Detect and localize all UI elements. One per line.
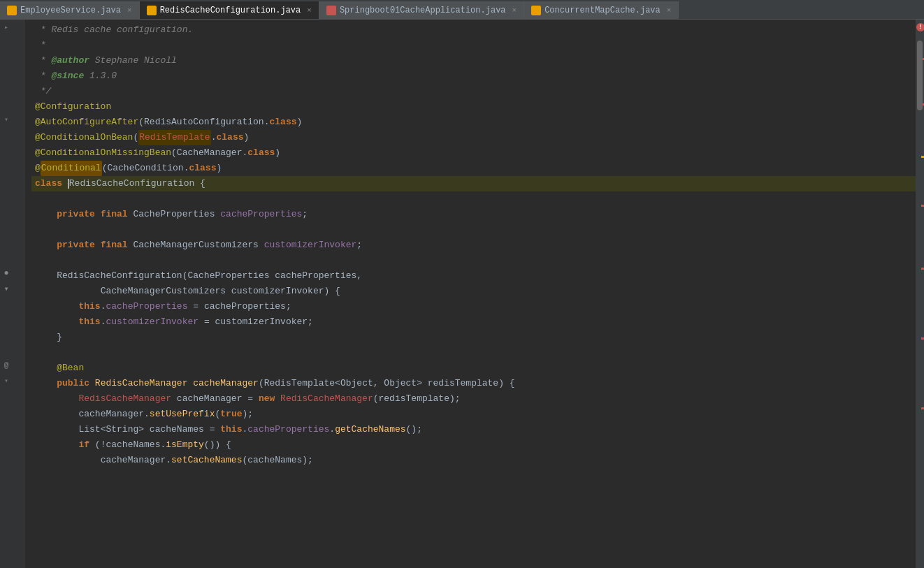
comment-author-name: Stephane Nicoll [89, 53, 177, 68]
indent-26 [35, 407, 78, 422]
tab-icon-rediscacheconfiguration [147, 6, 157, 15]
code-line-20: this.customizerInvoker = customizerInvok… [31, 314, 916, 330]
tab-label-springboot01cacheapplication: Springboot01CacheApplication.java [340, 6, 506, 15]
indent-13 [35, 207, 57, 222]
code-line-2: * [31, 38, 916, 53]
kw-private-13: private [57, 207, 100, 222]
indent-18 [35, 284, 101, 299]
comment-text-1: * Redis cache configuration. [35, 22, 193, 38]
tab-icon-springboot01cacheapplication [326, 6, 336, 15]
type-cachemanagercust-18: CacheManagerCustomizers [101, 284, 231, 299]
kw-class-decl: class [35, 176, 68, 191]
fold-arrow-3: ▾ [4, 377, 8, 385]
code-line-12 [31, 191, 916, 207]
field-customizerinvoker-20: customizerInvoker [106, 314, 198, 330]
brace-open-11: { [200, 176, 205, 191]
method-isempty: isEmpty [166, 437, 204, 453]
tab-springboot01cacheapplication[interactable]: Springboot01CacheApplication.java × [319, 1, 524, 19]
code-line-18: CacheManagerCustomizers customizerInvoke… [31, 284, 916, 299]
code-line-22 [31, 345, 916, 361]
kw-class-10: class [189, 161, 216, 176]
paren-close-18: ) { [324, 284, 340, 299]
tab-close-springboot01cacheapplication[interactable]: × [512, 6, 517, 15]
paren-close-28: ()) { [204, 437, 231, 453]
paren-close-10: ) [216, 161, 222, 176]
annotation-bean: @Bean [57, 361, 84, 376]
javadoc-since: @since [51, 68, 84, 84]
type-rediscachemanager-24: RedisCacheManager [95, 376, 188, 391]
javadoc-author: @author [51, 53, 89, 68]
annotation-configuration: @Configuration [35, 99, 111, 115]
indent-19 [35, 299, 78, 314]
code-line-14 [31, 222, 916, 238]
class-redistemplate-highlight: RedisTemplate [138, 130, 210, 145]
dot-19a: . [101, 299, 106, 314]
indent-25 [35, 391, 78, 407]
this-kw-27: this [220, 422, 242, 437]
annotation-icon-1: ● [1, 268, 11, 278]
method-cachemanager-24: cacheManager [193, 376, 259, 391]
this-kw-19: this [78, 299, 100, 314]
code-line-21: } [31, 330, 916, 345]
field-customizerinvoker: customizerInvoker [264, 238, 357, 253]
comment-close: */ [35, 84, 51, 99]
dot-class-8: . [211, 130, 217, 145]
tab-close-employeeservice[interactable]: × [127, 6, 132, 15]
cond-28: (!cacheNames. [95, 437, 166, 453]
val-cacheprops-19: cacheProperties; [204, 299, 291, 314]
paren-close-8: ) [244, 130, 250, 145]
code-line-15: private final CacheManagerCustomizers cu… [31, 238, 916, 253]
indent-28 [35, 437, 78, 453]
editor-container: ▸ ▾ ● ▾ @ ▾ * Redis cache configuration. [0, 20, 924, 568]
fold-arrow-1: ▸ [4, 23, 8, 31]
class-cachemanager: CacheManager. [177, 145, 247, 161]
kw-public-24: public [57, 376, 95, 391]
fold-indicator-2[interactable]: ▾ [1, 115, 11, 124]
tab-rediscacheconfiguration[interactable]: RedisCacheConfiguration.java × [140, 1, 319, 19]
assign-20: = customizerInvoker; [198, 314, 313, 330]
indent-20 [35, 314, 78, 330]
code-area[interactable]: * Redis cache configuration. * * @author… [24, 20, 916, 568]
class-name-redis: RedisCacheConfiguration [69, 176, 200, 191]
comment-since-value: 1.3.0 [84, 68, 117, 84]
code-line-23: @Bean [31, 361, 916, 376]
method-getcachenames-name: getCacheNames [335, 422, 405, 437]
tab-employeeservice[interactable]: EmployeeService.java × [0, 1, 140, 19]
scrollbar[interactable]: ! [916, 20, 924, 568]
paren-26: ( [215, 407, 220, 422]
paren-close-26: ); [243, 407, 254, 422]
code-line-1: * Redis cache configuration. [31, 22, 916, 38]
at-icon: @ [4, 361, 9, 370]
kw-new-25: new [259, 391, 280, 407]
semi-15: ; [356, 238, 362, 253]
annotation-autoconfigureafter: @AutoConfigureAfter [35, 115, 138, 130]
var-cachemanager-29: cacheManager. [101, 453, 171, 468]
param-cacheprops-17: cacheProperties [275, 268, 356, 284]
indent-21 [35, 330, 57, 345]
space-25a: cacheManager = [171, 391, 259, 407]
scroll-marker-5 [921, 268, 924, 270]
fold-indicator-3[interactable]: ▾ [1, 376, 11, 386]
dot-27: . [242, 422, 247, 437]
type-redistemplate-24: RedisTemplate<Object, Object> [264, 376, 428, 391]
tab-close-concurrentmapcache[interactable]: × [667, 6, 672, 15]
code-line-6: @Configuration [31, 99, 916, 115]
annotation-conditional-icon: Conditional [41, 161, 102, 176]
args-29: (cacheNames); [242, 453, 312, 468]
tab-close-rediscacheconfiguration[interactable]: × [307, 6, 312, 15]
scrollbar-thumb[interactable] [917, 41, 923, 110]
tab-concurrentmapcache[interactable]: ConcurrentMapCache.java × [524, 1, 679, 19]
code-line-7: @AutoConfigureAfter(RedisAutoConfigurati… [31, 115, 916, 130]
this-kw-20: this [78, 314, 100, 330]
paren-open-7: ( [138, 115, 144, 130]
paren-close-9: ) [275, 145, 280, 161]
code-line-19: this.cacheProperties = cacheProperties; [31, 299, 916, 314]
comma-17: , [356, 268, 362, 284]
fold-indicator-1[interactable]: ▸ [1, 22, 11, 32]
code-line-28: if (!cacheNames.isEmpty()) { [31, 437, 916, 453]
code-line-17: RedisCacheConfiguration(CacheProperties … [31, 268, 916, 284]
code-line-4: * @since 1.3.0 [31, 68, 916, 84]
annotation-icon-3: @ [1, 361, 11, 370]
indent-17 [35, 268, 57, 284]
paren-open-17: ( [182, 268, 188, 284]
